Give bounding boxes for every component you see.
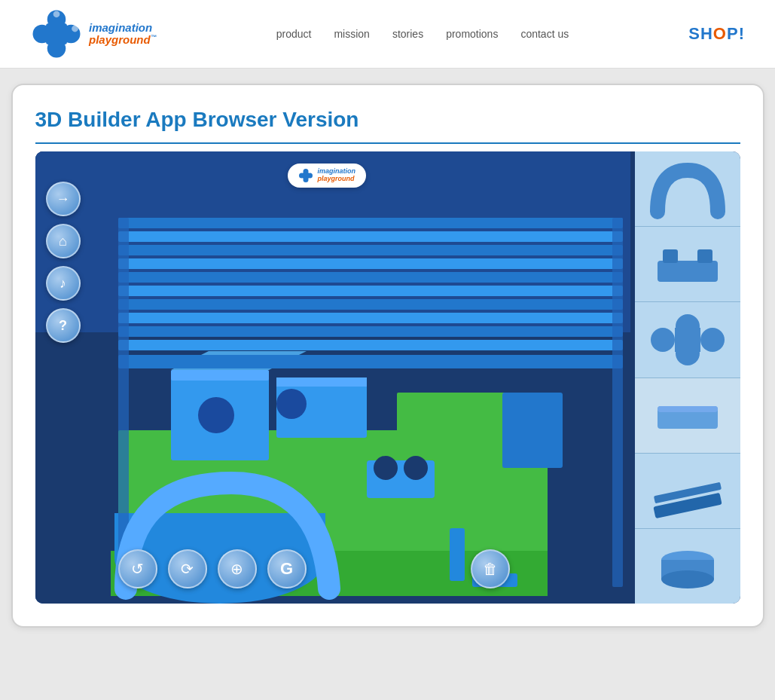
rotate-right-btn[interactable]: ⟳ <box>168 549 207 588</box>
header: imagination playground™ product mission … <box>0 0 775 69</box>
google-btn[interactable]: G <box>267 549 307 588</box>
svg-rect-28 <box>118 245 623 255</box>
shape-cylinder-thumb <box>646 536 729 596</box>
svg-point-6 <box>72 26 78 32</box>
3d-scene: imagination playground → ⌂ ♪ ? ↺ ⟳ ⊕ G 🗑 <box>35 151 630 604</box>
rotate-left-btn[interactable]: ↺ <box>118 549 157 588</box>
sound-btn[interactable]: ♪ <box>46 266 81 301</box>
svg-point-39 <box>276 389 307 419</box>
scene-logo-badge: imagination playground <box>288 164 367 188</box>
svg-rect-45 <box>658 261 718 282</box>
svg-point-5 <box>53 11 60 17</box>
svg-rect-47 <box>697 249 712 263</box>
logo-icon <box>30 8 83 60</box>
shape-flat-thumb <box>646 385 729 445</box>
svg-point-59 <box>661 570 714 588</box>
shape-cross-thumb <box>646 310 729 370</box>
svg-rect-25 <box>118 286 623 296</box>
bottom-controls: ↺ ⟳ ⊕ G <box>118 549 307 588</box>
logo-area[interactable]: imagination playground™ <box>30 8 157 60</box>
sidebar-item-cross[interactable] <box>635 302 740 378</box>
svg-point-36 <box>374 456 398 480</box>
shape-connector-thumb <box>646 234 729 295</box>
svg-rect-27 <box>118 258 623 269</box>
svg-point-38 <box>198 397 234 433</box>
shape-angled-thumb <box>646 460 729 521</box>
svg-rect-4 <box>46 23 67 44</box>
nav-stories[interactable]: stories <box>392 28 423 40</box>
svg-rect-21 <box>118 340 623 350</box>
title-divider <box>35 142 740 144</box>
nav-mission[interactable]: mission <box>334 28 369 40</box>
home-btn[interactable]: ⌂ <box>46 224 81 258</box>
nav-promotions[interactable]: promotions <box>446 28 498 40</box>
sidebar-item-flat-block[interactable] <box>635 378 740 454</box>
sidebar-panel <box>635 151 740 604</box>
content-wrap: 3D Builder App Browser Version <box>11 84 764 628</box>
svg-rect-24 <box>118 299 623 310</box>
badge-text: imagination playground <box>318 168 356 183</box>
svg-rect-30 <box>118 218 623 228</box>
badge-cross-icon <box>298 168 313 183</box>
svg-rect-52 <box>675 328 700 352</box>
svg-rect-13 <box>171 370 269 381</box>
sidebar-item-angled-bar[interactable] <box>635 454 740 529</box>
nav: product mission stories promotions conta… <box>276 28 569 40</box>
svg-rect-26 <box>118 272 623 283</box>
globe-btn[interactable]: ⊕ <box>218 549 257 588</box>
trash-btn[interactable]: 🗑 <box>471 549 510 588</box>
svg-rect-23 <box>118 313 623 323</box>
svg-rect-29 <box>118 231 623 242</box>
arrow-right-btn[interactable]: → <box>46 182 81 216</box>
svg-point-51 <box>651 328 675 352</box>
page-title: 3D Builder App Browser Version <box>35 108 740 132</box>
logo-playground: playground™ <box>89 34 157 47</box>
svg-rect-46 <box>663 249 678 263</box>
logo-imagination: imagination <box>89 22 157 35</box>
shop-button[interactable]: SHOP! <box>688 24 745 44</box>
svg-point-49 <box>700 328 725 352</box>
svg-point-37 <box>404 456 428 480</box>
sidebar-item-arc[interactable] <box>635 151 740 227</box>
left-controls: → ⌂ ♪ ? <box>46 182 81 343</box>
help-btn[interactable]: ? <box>46 308 81 343</box>
logo-text: imagination playground™ <box>89 22 157 47</box>
nav-contact-us[interactable]: contact us <box>520 28 569 40</box>
svg-rect-32 <box>612 218 623 587</box>
shape-arc-thumb <box>646 159 729 219</box>
sidebar-item-cylinder[interactable] <box>635 529 740 604</box>
svg-rect-20 <box>118 355 623 368</box>
svg-rect-22 <box>118 326 623 337</box>
scene-svg <box>35 151 630 604</box>
svg-rect-44 <box>303 173 309 179</box>
svg-rect-19 <box>502 393 563 468</box>
sidebar-item-connector[interactable] <box>635 227 740 302</box>
nav-product[interactable]: product <box>276 28 312 40</box>
svg-rect-18 <box>276 378 367 387</box>
svg-rect-33 <box>450 528 465 581</box>
svg-rect-54 <box>658 406 718 412</box>
app-viewer[interactable]: imagination playground → ⌂ ♪ ? ↺ ⟳ ⊕ G 🗑 <box>35 151 740 604</box>
